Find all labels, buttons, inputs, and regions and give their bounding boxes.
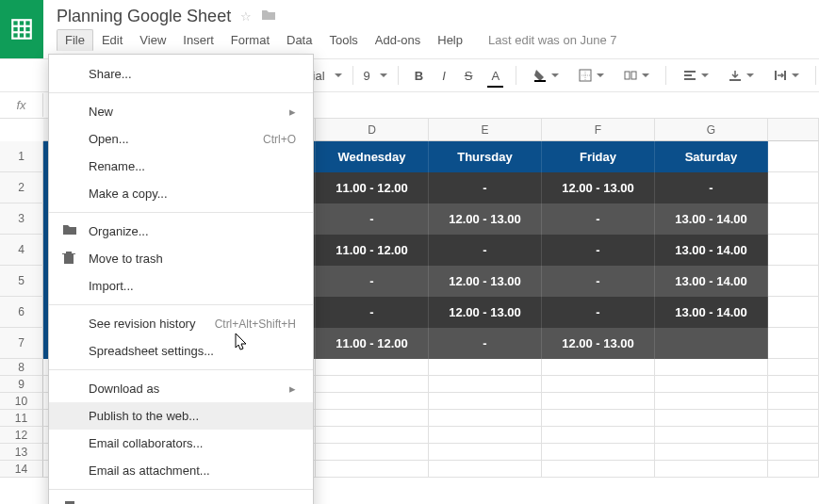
cell[interactable] <box>768 427 819 444</box>
cell[interactable]: 11.00 - 12.00 <box>316 235 429 266</box>
menu-file[interactable]: File <box>57 29 93 51</box>
cell[interactable]: 13.00 - 14.00 <box>655 266 768 297</box>
row-hdr[interactable]: 5 <box>0 266 43 297</box>
italic-button[interactable]: I <box>436 65 451 87</box>
cell[interactable] <box>768 266 819 297</box>
cell[interactable] <box>429 444 542 461</box>
cell[interactable]: 11.00 - 12.00 <box>316 328 429 359</box>
star-icon[interactable]: ☆ <box>240 9 252 24</box>
halign-button[interactable] <box>677 64 714 87</box>
menu-format[interactable]: Format <box>222 29 278 51</box>
row-hdr[interactable]: 1 <box>0 141 43 172</box>
bold-button[interactable]: B <box>409 65 429 87</box>
cell[interactable]: - <box>316 203 429 235</box>
cell[interactable]: - <box>429 172 542 203</box>
cell[interactable] <box>655 444 768 461</box>
file-publish[interactable]: Publish to the web... <box>49 402 313 430</box>
cell[interactable]: - <box>655 172 768 203</box>
file-email-collaborators[interactable]: Email collaborators... <box>49 430 313 457</box>
menu-data[interactable]: Data <box>278 29 320 51</box>
menu-edit[interactable]: Edit <box>93 29 131 51</box>
cell[interactable] <box>768 376 819 393</box>
cell[interactable] <box>655 461 768 478</box>
col-hdr-g[interactable]: G <box>655 119 768 141</box>
cell[interactable] <box>429 461 542 478</box>
cell[interactable]: - <box>542 266 655 297</box>
cell[interactable]: 11.00 - 12.00 <box>316 172 429 203</box>
cell[interactable]: - <box>429 235 542 266</box>
file-revision-history[interactable]: See revision historyCtrl+Alt+Shift+H <box>49 310 313 337</box>
wrap-button[interactable] <box>767 64 805 87</box>
col-hdr-d[interactable]: D <box>316 119 429 141</box>
cell[interactable] <box>429 410 542 427</box>
cell[interactable] <box>316 376 429 393</box>
file-spreadsheet-settings[interactable]: Spreadsheet settings... <box>49 337 313 365</box>
cell[interactable] <box>542 359 655 376</box>
menu-view[interactable]: View <box>131 29 174 51</box>
cell[interactable] <box>316 359 429 376</box>
cell[interactable]: - <box>542 203 655 235</box>
cell[interactable] <box>655 328 768 359</box>
cell[interactable] <box>768 393 819 410</box>
cell[interactable]: - <box>429 328 542 359</box>
cell[interactable] <box>655 359 768 376</box>
row-hdr[interactable]: 2 <box>0 172 43 203</box>
cell[interactable] <box>768 461 819 478</box>
sheets-logo[interactable] <box>0 0 43 58</box>
menu-insert[interactable]: Insert <box>174 29 222 51</box>
folder-icon[interactable] <box>261 8 276 24</box>
textcolor-button[interactable]: A <box>485 65 505 87</box>
cell[interactable] <box>429 376 542 393</box>
cell[interactable] <box>429 359 542 376</box>
cell[interactable] <box>768 203 819 235</box>
cell[interactable] <box>316 393 429 410</box>
file-rename[interactable]: Rename... <box>49 153 313 180</box>
fillcolor-button[interactable] <box>527 64 565 87</box>
file-make-copy[interactable]: Make a copy... <box>49 180 313 207</box>
cell[interactable] <box>768 410 819 427</box>
cell[interactable] <box>768 172 819 203</box>
row-hdr[interactable]: 9 <box>0 376 43 393</box>
row-hdr[interactable]: 12 <box>0 427 43 444</box>
cell[interactable] <box>316 444 429 461</box>
valign-button[interactable] <box>722 64 760 87</box>
row-hdr[interactable]: 10 <box>0 393 43 410</box>
cell[interactable]: Friday <box>542 141 655 172</box>
cell[interactable] <box>768 444 819 461</box>
cell[interactable] <box>316 427 429 444</box>
file-email-attachment[interactable]: Email as attachment... <box>49 457 313 484</box>
col-hdr-e[interactable]: E <box>429 119 542 141</box>
cell[interactable] <box>316 410 429 427</box>
file-download[interactable]: Download as▸ <box>49 375 313 402</box>
file-import[interactable]: Import... <box>49 272 313 300</box>
cell[interactable]: 13.00 - 14.00 <box>655 297 768 328</box>
cell[interactable] <box>768 328 819 359</box>
row-hdr[interactable]: 14 <box>0 461 43 478</box>
cell[interactable]: 12.00 - 13.00 <box>429 203 542 235</box>
cell[interactable]: - <box>542 235 655 266</box>
cell[interactable]: Wednesday <box>316 141 429 172</box>
cell[interactable]: Thursday <box>429 141 542 172</box>
last-edit-label[interactable]: Last edit was on June 7 <box>488 33 617 47</box>
cell[interactable]: - <box>316 266 429 297</box>
menu-help[interactable]: Help <box>429 29 471 51</box>
cell[interactable] <box>542 444 655 461</box>
cell[interactable] <box>429 393 542 410</box>
cell[interactable]: 12.00 - 13.00 <box>542 328 655 359</box>
cell[interactable] <box>768 297 819 328</box>
cell[interactable]: - <box>542 297 655 328</box>
cell[interactable] <box>542 461 655 478</box>
document-title[interactable]: Planning Google Sheet <box>57 7 231 26</box>
row-hdr[interactable]: 7 <box>0 328 43 359</box>
row-hdr[interactable]: 11 <box>0 410 43 427</box>
cell[interactable] <box>768 141 819 172</box>
cell[interactable]: - <box>316 297 429 328</box>
cell[interactable] <box>655 410 768 427</box>
file-share[interactable]: Share... <box>49 60 313 88</box>
row-hdr[interactable]: 8 <box>0 359 43 376</box>
cell[interactable] <box>316 461 429 478</box>
col-hdr-f[interactable]: F <box>542 119 655 141</box>
menu-addons[interactable]: Add-ons <box>367 29 429 51</box>
cell[interactable]: 13.00 - 14.00 <box>655 203 768 235</box>
row-hdr[interactable]: 3 <box>0 203 43 235</box>
